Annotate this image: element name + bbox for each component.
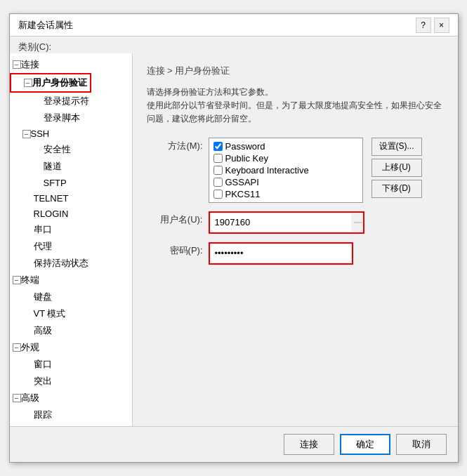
sidebar-item-security[interactable]: 安全性: [10, 141, 132, 158]
sidebar-label-rlogin: RLOGIN: [34, 209, 69, 219]
close-button[interactable]: ×: [434, 18, 449, 33]
sidebar: −连接−用户身份验证登录提示符登录脚本−SSH安全性隧道SFTPTELNETRL…: [10, 53, 133, 426]
dialog-title: 新建会话属性: [18, 19, 73, 32]
sidebar-label-vt-mode: VT 模式: [34, 308, 66, 320]
method-item-password[interactable]: Password: [213, 141, 358, 152]
expand-icon-serial: [22, 224, 34, 235]
form-section: 方法(M): PasswordPublic KeyKeyboard Intera…: [147, 138, 444, 265]
method-item-pkcs11[interactable]: PKCS11: [213, 189, 358, 199]
sidebar-item-window[interactable]: 窗口: [10, 356, 132, 373]
sidebar-item-advanced[interactable]: 高级: [10, 322, 132, 339]
expand-icon-telnet: [22, 192, 34, 204]
dialog: 新建会话属性 ? × 类别(C): −连接−用户身份验证登录提示符登录脚本−SS…: [9, 13, 459, 463]
sidebar-label-tunnel: 隧道: [44, 160, 62, 173]
sidebar-item-login-script[interactable]: 登录脚本: [10, 110, 132, 126]
settings-button[interactable]: 设置(S)...: [371, 138, 422, 156]
user-tag: [354, 222, 362, 223]
content-area: −连接−用户身份验证登录提示符登录脚本−SSH安全性隧道SFTPTELNETRL…: [10, 53, 458, 426]
expand-icon-rlogin: [22, 208, 34, 219]
sidebar-item-login-prompt[interactable]: 登录提示符: [10, 93, 132, 110]
sidebar-item-ssh[interactable]: −SSH: [10, 126, 132, 141]
breadcrumb: 连接 > 用户身份验证: [147, 65, 444, 77]
expand-icon-vt-mode: [22, 308, 34, 319]
password-row: 密码(P):: [147, 242, 444, 265]
sidebar-item-highlight[interactable]: 突出: [10, 373, 132, 390]
method-item-gssapi[interactable]: GSSAPI: [213, 177, 358, 187]
sidebar-item-appearance[interactable]: −外观: [10, 339, 132, 356]
desc-line1: 请选择身份验证方法和其它参数。: [147, 86, 444, 99]
down-button[interactable]: 下移(D): [371, 180, 422, 198]
sidebar-label-login-prompt: 登录提示符: [44, 95, 89, 107]
bottom-bar: 连接 确定 取消: [10, 426, 458, 462]
method-label-gssapi: GSSAPI: [225, 177, 259, 187]
sidebar-item-connection[interactable]: −连接: [10, 56, 132, 73]
username-input[interactable]: [211, 213, 351, 232]
username-label: 用户名(U):: [147, 211, 203, 226]
method-row: 方法(M): PasswordPublic KeyKeyboard Intera…: [147, 138, 444, 203]
method-label-pkcs11: PKCS11: [225, 189, 261, 199]
expand-icon-highlight: [22, 376, 34, 387]
sidebar-label-proxy: 代理: [34, 240, 52, 253]
sidebar-item-keyboard[interactable]: 键盘: [10, 289, 132, 305]
expand-icon-proxy: [22, 241, 34, 252]
sidebar-label-appearance: 外观: [21, 341, 39, 354]
sidebar-item-serial[interactable]: 串口: [10, 221, 132, 238]
checkbox-publickey[interactable]: [213, 154, 223, 163]
password-label: 密码(P):: [147, 242, 203, 257]
title-bar-buttons: ? ×: [416, 18, 449, 33]
sidebar-label-connection: 连接: [21, 58, 39, 71]
password-input[interactable]: [211, 244, 351, 263]
sidebar-item-rlogin[interactable]: RLOGIN: [10, 206, 132, 221]
expand-icon-sftp: [32, 177, 44, 188]
sidebar-label-terminal: 终端: [21, 274, 39, 286]
sidebar-item-tunnel[interactable]: 隧道: [10, 158, 132, 175]
expand-icon-window: [22, 359, 34, 370]
sidebar-label-user-auth: 用户身份验证: [32, 77, 87, 89]
expand-icon-user-auth: −: [24, 79, 32, 87]
expand-icon-terminal: −: [13, 276, 21, 284]
sidebar-label-telnet: TELNET: [34, 193, 69, 204]
sidebar-item-delete[interactable]: 跟踪: [10, 406, 132, 423]
sidebar-label-keyboard: 键盘: [34, 291, 52, 303]
sidebar-item-advanced2[interactable]: −高级: [10, 390, 132, 406]
sidebar-item-user-auth[interactable]: −用户身份验证: [10, 73, 91, 93]
expand-icon-tunnel: [32, 161, 44, 172]
expand-icon-connection: −: [13, 60, 21, 69]
checkbox-pkcs11[interactable]: [213, 190, 223, 199]
ok-button[interactable]: 确定: [340, 434, 390, 455]
expand-icon-delete: [22, 409, 34, 421]
expand-icon-login-script: [32, 112, 44, 124]
sidebar-label-delete: 跟踪: [34, 409, 52, 421]
checkbox-password[interactable]: [213, 142, 223, 151]
sidebar-item-terminal[interactable]: −终端: [10, 272, 132, 289]
checkbox-gssapi[interactable]: [213, 178, 223, 187]
method-label: 方法(M):: [147, 138, 203, 152]
sidebar-item-telnet[interactable]: TELNET: [10, 190, 132, 206]
sidebar-label-highlight: 突出: [34, 375, 52, 388]
expand-icon-advanced: [22, 325, 34, 336]
title-bar: 新建会话属性 ? ×: [10, 14, 458, 37]
sidebar-item-proxy[interactable]: 代理: [10, 238, 132, 255]
sidebar-label-sftp: SFTP: [44, 178, 67, 188]
help-button[interactable]: ?: [416, 18, 431, 33]
sidebar-item-keepalive[interactable]: 保持活动状态: [10, 255, 132, 272]
cancel-button[interactable]: 取消: [396, 434, 447, 455]
connect-button[interactable]: 连接: [284, 434, 334, 455]
up-button[interactable]: 上移(U): [371, 159, 422, 177]
method-item-keyboard[interactable]: Keyboard Interactive: [213, 165, 358, 176]
description: 请选择身份验证方法和其它参数。 使用此部分以节省登录时间。但是，为了最大限度地提…: [147, 86, 444, 126]
checkbox-keyboard[interactable]: [213, 166, 223, 175]
method-label-publickey: Public Key: [225, 153, 268, 164]
category-label: 类别(C):: [15, 39, 58, 55]
sidebar-label-keepalive: 保持活动状态: [34, 257, 88, 270]
sidebar-label-ssh: SSH: [31, 128, 50, 139]
sidebar-item-vt-mode[interactable]: VT 模式: [10, 305, 132, 322]
methods-box: PasswordPublic KeyKeyboard InteractiveGS…: [209, 138, 363, 203]
sidebar-label-window: 窗口: [34, 358, 52, 371]
method-item-publickey[interactable]: Public Key: [213, 153, 358, 164]
expand-icon-advanced2: −: [13, 394, 21, 402]
sidebar-label-serial: 串口: [34, 223, 52, 236]
expand-icon-keepalive: [22, 258, 34, 269]
sidebar-item-sftp[interactable]: SFTP: [10, 175, 132, 190]
expand-icon-keyboard: [22, 291, 34, 303]
